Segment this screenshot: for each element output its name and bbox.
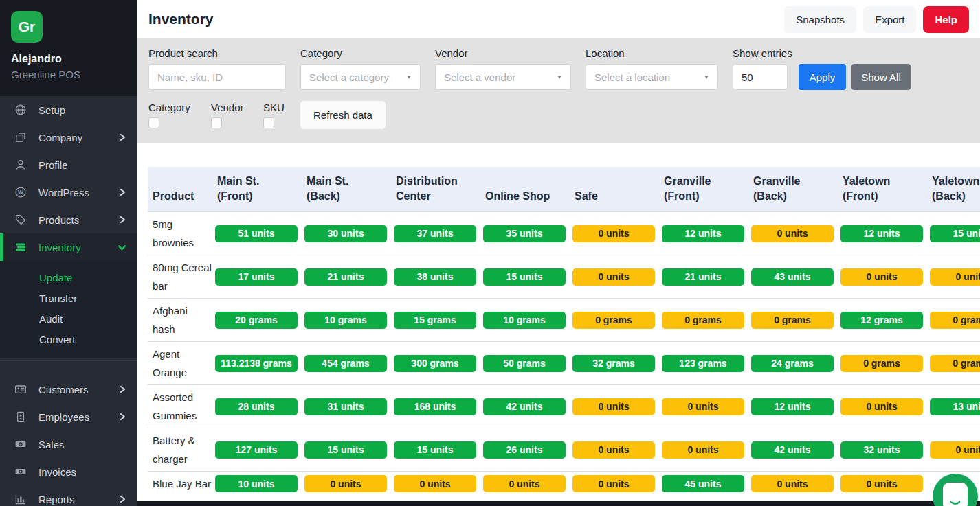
product-name[interactable]: 80mg Cereal bar (148, 255, 215, 298)
sidebar-item-customers[interactable]: Customers (0, 376, 137, 403)
stock-badge[interactable]: 0 units (751, 225, 834, 242)
stock-badge[interactable]: 51 units (215, 225, 298, 242)
stock-badge[interactable]: 43 units (751, 268, 834, 286)
product-name[interactable]: 5mg brownies (148, 212, 215, 255)
category-checkbox[interactable] (148, 117, 159, 128)
stock-badge[interactable]: 37 units (394, 225, 476, 242)
submenu-item-transfer[interactable]: Transfer (0, 288, 137, 309)
app-logo[interactable]: Gr (11, 11, 43, 43)
stock-badge[interactable]: 38 units (394, 268, 476, 286)
stock-badge[interactable]: 10 units (215, 475, 298, 492)
stock-badge[interactable]: 0 grams (930, 355, 980, 372)
stock-badge[interactable]: 0 units (751, 475, 834, 492)
stock-badge[interactable]: 0 units (394, 475, 476, 492)
submenu-item-update[interactable]: Update (0, 268, 137, 288)
stock-badge[interactable]: 10 grams (483, 312, 566, 329)
stock-badge[interactable]: 0 units (662, 398, 744, 415)
stock-badge[interactable]: 20 grams (215, 312, 298, 329)
sidebar-item-profile[interactable]: Profile (0, 151, 137, 179)
sku-checkbox[interactable] (263, 117, 274, 128)
sidebar-item-wordpress[interactable]: WWordPress (0, 179, 137, 206)
product-name[interactable]: Blue Jay Bar (148, 472, 215, 496)
stock-badge[interactable]: 0 units (572, 475, 655, 492)
stock-badge[interactable]: 123 grams (662, 355, 744, 372)
stock-badge[interactable]: 0 units (572, 441, 655, 459)
stock-badge[interactable]: 30 units (304, 225, 387, 242)
stock-badge[interactable]: 42 units (483, 398, 566, 415)
stock-badge[interactable]: 168 units (394, 398, 476, 415)
sidebar-item-invoices[interactable]: Invoices (0, 458, 137, 485)
stock-badge[interactable]: 0 grams (840, 355, 923, 372)
stock-badge[interactable]: 12 units (751, 398, 834, 415)
category-select[interactable]: Select a category ▼ (300, 64, 421, 90)
submenu-item-audit[interactable]: Audit (0, 309, 137, 330)
stock-badge[interactable]: 42 units (751, 441, 834, 459)
stock-badge[interactable]: 0 grams (572, 312, 655, 329)
product-name[interactable]: Afghani hash (148, 299, 215, 341)
submenu-item-convert[interactable]: Convert (0, 330, 137, 350)
sidebar-item-reports[interactable]: Reports (0, 485, 137, 506)
stock-badge[interactable]: 0 units (304, 475, 387, 492)
stock-badge[interactable]: 31 units (304, 398, 387, 415)
stock-badge[interactable]: 0 units (840, 398, 923, 415)
snapshots-button[interactable]: Snapshots (784, 6, 856, 33)
sidebar-item-company[interactable]: Company (0, 124, 137, 151)
product-name[interactable]: Agent Orange (148, 342, 215, 384)
stock-badge[interactable]: 10 grams (304, 312, 387, 329)
stock-badge[interactable]: 50 grams (483, 355, 566, 372)
stock-badge[interactable]: 21 units (304, 268, 387, 286)
product-name[interactable]: Assorted Gummies (148, 385, 215, 428)
stock-badge[interactable]: 28 units (215, 398, 298, 415)
stock-badge[interactable]: 12 grams (840, 312, 923, 329)
stock-badge[interactable]: 0 units (572, 398, 655, 415)
stock-badge[interactable]: 113.2138 grams (215, 355, 298, 372)
stock-badge[interactable]: 300 grams (394, 355, 476, 372)
stock-badge[interactable]: 24 grams (751, 355, 834, 372)
stock-badge[interactable]: 0 units (662, 441, 744, 459)
sidebar-item-products[interactable]: Products (0, 206, 137, 233)
stock-badge[interactable]: 0 units (930, 441, 980, 459)
refresh-data-button[interactable]: Refresh data (300, 101, 386, 129)
stock-badge[interactable]: 32 grams (572, 355, 655, 372)
vendor-select[interactable]: Select a vendor ▼ (435, 64, 571, 90)
product-name[interactable]: Battery & charger (148, 428, 215, 471)
stock-badge[interactable]: 45 units (662, 475, 744, 492)
sidebar-item-employees[interactable]: Employees (0, 403, 137, 430)
stock-badge[interactable]: 26 units (483, 441, 566, 459)
stock-badge[interactable]: 15 units (483, 268, 566, 286)
help-button[interactable]: Help (923, 6, 969, 33)
product-search-input[interactable] (148, 64, 286, 90)
export-button[interactable]: Export (863, 6, 916, 33)
sidebar-item-sales[interactable]: Sales (0, 430, 137, 458)
sidebar-item-inventory[interactable]: Inventory (0, 233, 137, 261)
stock-badge[interactable]: 0 grams (751, 312, 834, 329)
location-select[interactable]: Select a location ▼ (586, 64, 718, 90)
stock-badge[interactable]: 17 units (215, 268, 298, 286)
stock-badge[interactable]: 0 units (840, 268, 923, 286)
horizontal-scrollbar[interactable] (137, 501, 980, 506)
stock-badge[interactable]: 21 units (662, 268, 744, 286)
stock-badge[interactable]: 32 units (840, 441, 923, 459)
stock-badge[interactable]: 15 grams (394, 312, 476, 329)
stock-badge[interactable]: 13 units (930, 398, 980, 415)
stock-badge[interactable]: 12 units (840, 225, 923, 242)
stock-badge[interactable]: 0 units (483, 475, 566, 492)
stock-badge[interactable]: 35 units (483, 225, 566, 242)
show-all-button[interactable]: Show All (851, 64, 911, 90)
stock-badge[interactable]: 0 grams (930, 312, 980, 329)
apply-button[interactable]: Apply (799, 64, 847, 90)
stock-badge[interactable]: 0 grams (662, 312, 744, 329)
stock-badge[interactable]: 454 grams (304, 355, 387, 372)
stock-badge[interactable]: 15 units (394, 441, 476, 459)
stock-badge[interactable]: 15 units (304, 441, 387, 459)
vendor-checkbox[interactable] (211, 117, 222, 128)
stock-badge[interactable]: 12 units (662, 225, 744, 242)
stock-badge[interactable]: 0 units (572, 268, 655, 286)
stock-badge[interactable]: 0 units (572, 225, 655, 242)
sidebar-item-setup[interactable]: Setup (0, 96, 137, 124)
stock-badge[interactable]: 0 units (930, 268, 980, 286)
stock-badge[interactable]: 0 units (840, 475, 923, 492)
stock-badge[interactable]: 127 units (215, 441, 298, 459)
stock-badge[interactable]: 15 units (930, 225, 980, 242)
show-entries-input[interactable] (733, 64, 788, 90)
